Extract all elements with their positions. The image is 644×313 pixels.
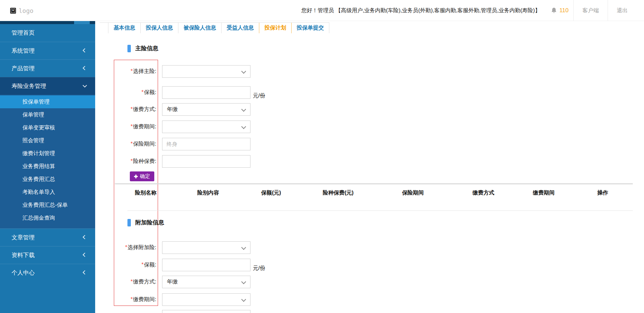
confirm-button-label: 确定	[140, 173, 150, 180]
main-premium-label: *险种保费:	[115, 158, 156, 165]
main-premium-input[interactable]	[162, 155, 250, 168]
sidebar-item-label: 个人中心	[12, 270, 35, 276]
chevron-left-icon	[83, 235, 87, 239]
notification-area[interactable]: 110	[546, 7, 573, 14]
chevron-down-icon	[241, 107, 246, 112]
additional-amount-label: *保额:	[115, 261, 156, 269]
additional-pay-period-label: *缴费期间:	[115, 296, 156, 303]
field-label: 保额:	[144, 262, 156, 268]
col-header-insure-period: 保险期间	[374, 186, 452, 199]
main-insurance-section-header: 主险信息	[127, 44, 158, 52]
main-insure-period-input[interactable]	[162, 138, 250, 150]
tab-beneficiary-info[interactable]: 受益人信息	[221, 23, 259, 33]
select-additional-insurance-dropdown[interactable]	[162, 241, 250, 254]
sidebar-subitem-policy-change-review[interactable]: 保单变更审核	[0, 121, 95, 134]
required-asterisk: *	[130, 106, 133, 112]
field-label: 缴费方式:	[133, 106, 156, 112]
field-label: 选择主险:	[133, 68, 156, 74]
field-label: 险种保费:	[133, 158, 156, 164]
main-amount-input[interactable]	[162, 86, 250, 99]
confirm-button[interactable]: ✚ 确定	[130, 171, 154, 181]
sidebar-submenu: 投保单管理 保单管理 保单变更审核 照会管理 缴费计划管理 业务费用结算 业务费…	[0, 95, 95, 228]
sidebar-item-product-mgmt[interactable]: 产品管理	[0, 59, 95, 77]
section-title: 附加险信息	[135, 219, 164, 226]
sidebar-item-system-mgmt[interactable]: 系统管理	[0, 42, 95, 59]
select-main-insurance-dropdown[interactable]	[162, 65, 250, 78]
additional-pay-method-dropdown[interactable]: 年缴	[162, 276, 250, 288]
additional-pay-period-dropdown[interactable]	[162, 293, 250, 306]
sidebar-subitem-policy-application-mgmt[interactable]: 投保单管理	[0, 95, 95, 108]
required-asterisk: *	[130, 279, 133, 284]
col-header-actions: 操作	[573, 186, 633, 199]
sidebar-top-strip	[0, 21, 95, 24]
chevron-down-icon	[241, 124, 246, 129]
col-header-risk-name: 险别名称	[115, 186, 177, 199]
sidebar-item-article-mgmt[interactable]: 文章管理	[0, 228, 95, 246]
required-asterisk: *	[130, 124, 133, 129]
main-pay-method-dropdown[interactable]: 年缴	[162, 103, 250, 116]
section-accent-bar-icon	[127, 45, 131, 52]
tab-applicant-info[interactable]: 投保人信息	[140, 23, 178, 33]
sidebar-item-admin-home[interactable]: 管理首页	[0, 24, 95, 42]
tab-basic-info[interactable]: 基本信息	[108, 23, 140, 33]
sidebar-subitem-label: 保单变更审核	[22, 125, 55, 130]
insurance-table-header: 险别名称 险别内容 保额(元) 险种保费(元) 保险期间 缴费方式 缴费期间 操…	[115, 186, 633, 199]
sidebar-subitem-label: 业务费用结算	[22, 163, 55, 169]
bell-icon	[551, 7, 557, 14]
sidebar-item-personal-center[interactable]: 个人中心	[0, 264, 95, 281]
sidebar-subitem-policy-mgmt[interactable]: 保单管理	[0, 108, 95, 121]
additional-next-input-partial[interactable]	[162, 310, 250, 313]
sidebar-subitem-label: 业务费用汇总-保单	[22, 202, 68, 208]
section-divider	[127, 210, 633, 211]
field-label: 保额:	[144, 89, 156, 95]
sidebar-subitem-business-fee-summary[interactable]: 业务费用汇总	[0, 173, 95, 186]
required-asterisk: *	[141, 262, 143, 268]
page: ✕ logo 您好！管理员 【高级用户,业务内勤(车险),业务员(外勤),客服内…	[0, 0, 644, 313]
additional-amount-unit: 元/份	[253, 265, 265, 272]
sidebar-subitem-attendance-import[interactable]: 考勤名单导入	[0, 186, 95, 199]
col-header-pay-period: 缴费期间	[515, 186, 573, 199]
section-accent-bar-icon	[127, 219, 131, 226]
sidebar-item-life-insurance-mgmt[interactable]: 寿险业务管理	[0, 77, 95, 95]
col-header-amount: 保额(元)	[240, 186, 302, 199]
required-asterisk: *	[125, 244, 127, 250]
logout-link[interactable]: 退出	[608, 0, 637, 21]
tab-insured-info[interactable]: 被保险人信息	[178, 23, 221, 33]
chevron-down-icon	[241, 245, 246, 250]
chevron-left-icon	[83, 48, 87, 53]
chevron-down-icon	[83, 83, 87, 88]
field-label: 缴费方式:	[133, 279, 156, 284]
tab-submit-application[interactable]: 投保单提交	[292, 23, 329, 33]
main-amount-label: *保额:	[115, 89, 156, 96]
sidebar-subitem-label: 照会管理	[22, 137, 44, 143]
tab-insurance-plan[interactable]: 投保计划	[259, 23, 292, 33]
sidebar-subitem-commission-summary-query[interactable]: 汇总佣金查询	[0, 211, 95, 224]
sidebar-subitem-business-fee-settlement[interactable]: 业务费用结算	[0, 160, 95, 173]
additional-amount-input[interactable]	[162, 259, 250, 271]
sidebar-subitem-payment-plan-mgmt[interactable]: 缴费计划管理	[0, 147, 95, 160]
user-greeting: 您好！管理员 【高级用户,业务内勤(车险),业务员(外勤),客服内勤,客服外勤,…	[301, 7, 540, 14]
additional-pay-method-label: *缴费方式:	[115, 278, 156, 286]
sidebar-top-strip-segment	[74, 21, 90, 24]
sidebar-item-label: 管理首页	[12, 30, 35, 36]
main-pay-period-dropdown[interactable]	[162, 121, 250, 133]
sidebar-subitem-label: 缴费计划管理	[22, 150, 55, 156]
sidebar-subitem-business-fee-summary-policy[interactable]: 业务费用汇总-保单	[0, 199, 95, 211]
sidebar-item-label: 系统管理	[12, 48, 35, 54]
dropdown-selected-value: 年缴	[167, 106, 178, 113]
required-asterisk: *	[130, 158, 133, 164]
sidebar-item-label: 文章管理	[12, 234, 35, 241]
sidebar-subitem-note-mgmt[interactable]: 照会管理	[0, 134, 95, 147]
client-link[interactable]: 客户端	[574, 0, 608, 21]
plus-icon: ✚	[134, 174, 138, 179]
sidebar-item-label: 寿险业务管理	[12, 83, 46, 89]
required-asterisk: *	[130, 68, 133, 74]
col-header-premium: 险种保费(元)	[302, 186, 374, 199]
sidebar-item-data-download[interactable]: 资料下载	[0, 246, 95, 264]
field-label: 保险期间:	[133, 141, 156, 147]
sidebar-subitem-label: 业务费用汇总	[22, 176, 55, 182]
sidebar-subitem-label: 考勤名单导入	[22, 189, 55, 195]
chevron-down-icon	[241, 279, 246, 284]
form-tab-bar: 基本信息 投保人信息 被保险人信息 受益人信息 投保计划 投保单提交	[100, 22, 329, 33]
logo[interactable]: ✕ logo	[10, 0, 33, 21]
